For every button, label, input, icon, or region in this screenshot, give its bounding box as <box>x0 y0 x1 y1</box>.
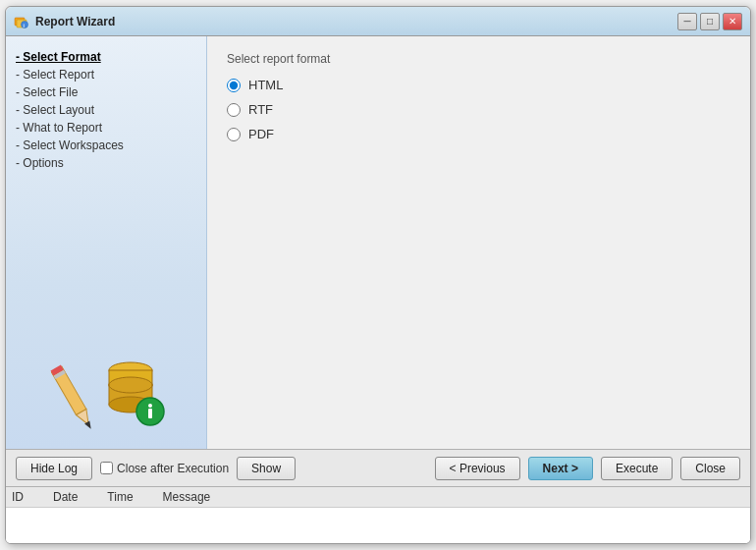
format-html-option[interactable]: HTML <box>227 78 730 92</box>
window-title: Report Wizard <box>35 15 677 28</box>
app-icon: i <box>14 14 29 29</box>
sidebar-item-select-format[interactable]: - Select Format <box>16 48 196 66</box>
svg-point-16 <box>148 404 152 408</box>
title-bar: i Report Wizard ─ □ ✕ <box>6 7 750 36</box>
bottom-toolbar: Hide Log Close after Execution Show < Pr… <box>6 449 750 486</box>
maximize-button[interactable]: □ <box>700 13 720 30</box>
sidebar-item-select-workspaces[interactable]: - Select Workspaces <box>16 137 196 154</box>
next-button[interactable]: Next > <box>528 457 593 480</box>
main-panel: Select report format HTML RTF PDF <box>207 36 750 449</box>
sidebar-item-select-report[interactable]: - Select Report <box>16 66 196 83</box>
format-pdf-radio[interactable] <box>227 128 241 141</box>
log-header: ID Date Time Message <box>6 487 750 508</box>
sidebar-bottom-area <box>16 172 196 449</box>
sidebar-item-select-layout[interactable]: - Select Layout <box>16 101 196 119</box>
svg-point-14 <box>109 377 152 393</box>
format-rtf-radio[interactable] <box>227 103 241 117</box>
format-radio-group: HTML RTF PDF <box>227 78 730 141</box>
close-after-checkbox[interactable] <box>100 462 113 474</box>
previous-button[interactable]: < Previous <box>435 457 520 480</box>
execute-button[interactable]: Execute <box>601 457 673 480</box>
sidebar-item-options[interactable]: - Options <box>16 154 196 172</box>
log-col-message: Message <box>163 490 211 504</box>
window-close-button[interactable]: ✕ <box>723 13 742 30</box>
hide-log-button[interactable]: Hide Log <box>16 457 92 480</box>
minimize-button[interactable]: ─ <box>677 13 697 30</box>
section-title: Select report format <box>227 52 730 66</box>
log-col-time: Time <box>107 490 133 504</box>
format-html-radio[interactable] <box>227 79 241 92</box>
log-area: ID Date Time Message <box>6 486 750 543</box>
wizard-illustration <box>37 341 175 439</box>
content-area: - Select Format - Select Report - Select… <box>6 36 750 449</box>
log-col-id: ID <box>12 490 24 504</box>
sidebar-item-what-to-report[interactable]: - What to Report <box>16 119 196 137</box>
close-after-label[interactable]: Close after Execution <box>100 462 229 475</box>
format-pdf-option[interactable]: PDF <box>227 127 730 141</box>
sidebar: - Select Format - Select Report - Select… <box>6 36 207 449</box>
log-body <box>6 508 750 543</box>
log-col-date: Date <box>53 490 78 504</box>
window-controls: ─ □ ✕ <box>677 13 742 30</box>
format-rtf-option[interactable]: RTF <box>227 102 730 117</box>
svg-rect-17 <box>148 409 152 418</box>
close-button[interactable]: Close <box>680 457 740 480</box>
sidebar-item-select-file[interactable]: - Select File <box>16 83 196 101</box>
show-button[interactable]: Show <box>237 457 296 480</box>
report-wizard-window: i Report Wizard ─ □ ✕ - Select Format - … <box>5 6 751 544</box>
